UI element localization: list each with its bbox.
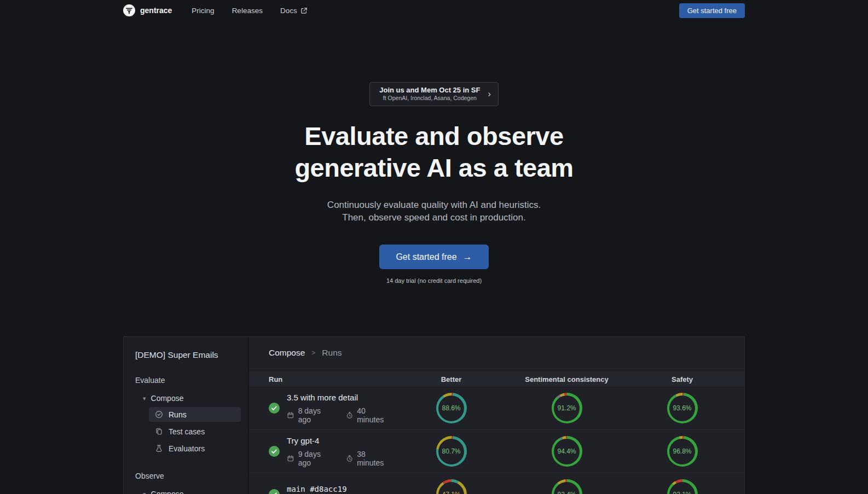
run-name: 3.5 with more detail (287, 393, 394, 403)
get-started-free-button-hero[interactable]: Get started free → (379, 245, 489, 269)
copy-icon (155, 427, 163, 435)
hero-subtitle: Continuously evaluate quality with AI an… (123, 199, 745, 224)
score-donut-better: 47.1% (436, 479, 467, 494)
calendar-icon (287, 411, 294, 419)
table-row[interactable]: 3.5 with more detail 8 days ago 40 minut… (249, 387, 744, 430)
nav-link-releases[interactable]: Releases (232, 7, 263, 15)
trial-note: 14 day trial (no credit card required) (123, 277, 745, 284)
hero-heading: Evaluate and observe generative AI as a … (123, 120, 745, 184)
nav-link-docs[interactable]: Docs (280, 7, 308, 15)
section-evaluate: Evaluate (135, 376, 240, 385)
hero-section: Join us and Mem Oct 25 in SF ft OpenAI, … (123, 21, 745, 284)
beaker-icon (155, 444, 163, 452)
score-donut-sentimental: 92.4% (552, 479, 582, 494)
score-donut-safety: 93.6% (667, 393, 698, 423)
sidebar-item-runs[interactable]: Runs (149, 407, 241, 422)
breadcrumb-current: Runs (322, 348, 342, 358)
score-donut-sentimental: 94.4% (552, 436, 582, 467)
demo-sidebar: [DEMO] Super Emails Evaluate ▾ Compose R… (124, 337, 249, 494)
nav-links: Pricing Releases Docs (192, 7, 307, 15)
external-link-icon (300, 7, 308, 14)
run-duration: 40 minutes (357, 406, 394, 424)
top-nav: gentrace Pricing Releases Docs Get start… (123, 0, 745, 21)
run-date: 9 days ago (298, 450, 335, 467)
run-date: 8 days ago (298, 406, 335, 424)
score-donut-sentimental: 91.2% (552, 393, 582, 423)
breadcrumb-separator: > (311, 349, 315, 357)
project-title: [DEMO] Super Emails (135, 350, 240, 360)
column-header-safety: Safety (624, 375, 740, 383)
arrow-right-icon: → (463, 252, 472, 263)
donut-value: 91.2% (557, 404, 576, 412)
calendar-icon (287, 455, 294, 462)
sidebar-item-evaluators[interactable]: Evaluators (149, 441, 241, 456)
check-badge-icon (155, 410, 163, 419)
brand-name: gentrace (140, 6, 172, 15)
donut-value: 93.6% (673, 404, 691, 412)
section-observe: Observe (135, 472, 240, 480)
score-donut-safety: 96.8% (667, 436, 698, 467)
status-check-icon (269, 489, 280, 494)
donut-value: 92.1% (673, 491, 691, 494)
event-banner[interactable]: Join us and Mem Oct 25 in SF ft OpenAI, … (369, 82, 499, 106)
donut-value: 92.4% (557, 491, 576, 494)
table-row[interactable]: main #d8acc19 47.1 (249, 473, 744, 494)
get-started-free-button-nav[interactable]: Get started free (679, 3, 745, 18)
breadcrumb: Compose > Runs (249, 337, 744, 369)
donut-value: 47.1% (442, 491, 460, 494)
caret-down-icon: ▾ (143, 395, 146, 402)
score-donut-safety: 92.1% (667, 479, 698, 494)
gentrace-logo-icon (123, 4, 135, 16)
column-header-sentimental-consistency: Sentimental consistency (509, 375, 624, 383)
run-name: Try gpt-4 (287, 436, 394, 446)
status-check-icon (269, 403, 280, 414)
sidebar-item-test-cases[interactable]: Test cases (149, 424, 241, 439)
event-banner-subtitle: ft OpenAI, Ironclad, Asana, Codegen (379, 95, 480, 102)
sidebar-group-compose-observe[interactable]: ▾ Compose (143, 490, 240, 494)
stopwatch-icon (346, 411, 354, 419)
nav-link-pricing[interactable]: Pricing (192, 7, 214, 15)
table-header: Run Better Sentimental consistency Safet… (249, 371, 744, 387)
donut-value: 94.4% (557, 447, 576, 455)
breadcrumb-parent[interactable]: Compose (269, 348, 305, 358)
column-header-better: Better (394, 375, 509, 383)
run-name: main #d8acc19 (287, 484, 347, 494)
stopwatch-icon (346, 455, 354, 462)
sidebar-group-compose-evaluate[interactable]: ▾ Compose (143, 394, 240, 403)
caret-down-icon: ▾ (143, 491, 146, 494)
column-header-run: Run (249, 375, 394, 383)
status-check-icon (269, 446, 280, 457)
score-donut-better: 80.7% (436, 436, 467, 467)
table-row[interactable]: Try gpt-4 9 days ago 38 minutes (249, 430, 744, 473)
event-banner-title: Join us and Mem Oct 25 in SF (379, 86, 480, 95)
score-donut-better: 88.6% (436, 393, 467, 423)
demo-app-panel: [DEMO] Super Emails Evaluate ▾ Compose R… (123, 336, 745, 494)
donut-value: 80.7% (442, 447, 460, 455)
donut-value: 96.8% (673, 447, 691, 455)
brand-logo[interactable]: gentrace (123, 4, 172, 16)
donut-value: 88.6% (442, 404, 460, 412)
run-duration: 38 minutes (357, 450, 394, 467)
demo-main: Compose > Runs Run Better Sentimental co… (249, 337, 744, 494)
chevron-right-icon: › (488, 90, 490, 98)
